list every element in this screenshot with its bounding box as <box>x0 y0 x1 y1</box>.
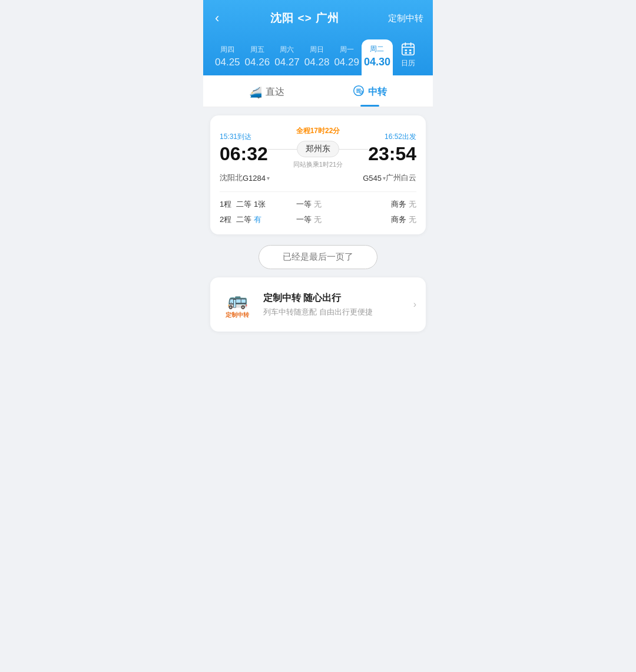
promo-arrow-icon: › <box>413 299 416 310</box>
depart-station: 沈阳北 <box>220 173 243 183</box>
header: ‹ 沈阳 <> 广州 定制中转 周四 04.25 周五 04.26 周六 04.… <box>203 0 433 75</box>
seg1-first: 一等 无 <box>296 199 356 210</box>
seg1-business: 商务 无 <box>356 199 416 210</box>
tab-label: 直达 <box>266 86 284 98</box>
header-top: ‹ 沈阳 <> 广州 定制中转 <box>213 8 423 28</box>
svg-rect-0 <box>402 44 414 55</box>
weekday-label: 周二 <box>364 44 390 54</box>
transfer-icon <box>353 85 365 100</box>
route-row: 15:31到达 06:32 全程17时22分 郑州东 同站换乘1时21分 16:… <box>220 126 416 169</box>
date-label: 04.30 <box>364 56 390 68</box>
weekday-label: 周五 <box>245 45 270 55</box>
depart-from-transfer: 16:52出发 <box>385 132 416 142</box>
promo-icon: 🚌 定制中转 <box>220 287 255 322</box>
back-button[interactable]: ‹ <box>213 8 221 28</box>
weekday-label: 周一 <box>334 45 359 55</box>
duration-label: 全程17时22分 <box>296 126 340 136</box>
promo-banner[interactable]: 🚌 定制中转 定制中转 随心出行 列车中转随意配 自由出行更便捷 › <box>210 277 426 332</box>
custom-transfer-button[interactable]: 定制中转 <box>388 13 423 24</box>
weekday-label: 周日 <box>304 45 330 55</box>
date-tab-thu[interactable]: 周四 04.25 <box>213 40 243 75</box>
train2-number: G545▾ <box>363 174 386 183</box>
svg-rect-4 <box>405 49 407 51</box>
route-middle: 全程17时22分 郑州东 同站换乘1时21分 <box>268 126 368 169</box>
date-tab-fri[interactable]: 周五 04.26 <box>243 40 273 75</box>
train-dropdown-icon[interactable]: ▾ <box>267 175 270 181</box>
date-label: 04.29 <box>334 57 359 68</box>
weekday-label: 周四 <box>215 45 240 55</box>
promo-text: 定制中转 随心出行 列车中转随意配 自由出行更便捷 <box>263 292 405 317</box>
seg1-business: 商务 无 <box>356 214 416 225</box>
calendar-label: 日历 <box>401 58 415 68</box>
tab-transfer[interactable]: 中转 <box>318 75 421 107</box>
transfer-station: 郑州东 <box>297 141 339 157</box>
train-card[interactable]: 15:31到达 06:32 全程17时22分 郑州东 同站换乘1时21分 16:… <box>210 115 426 234</box>
transfer-wait: 同站换乘1时21分 <box>293 160 343 169</box>
tab-bar: 🚄直达 中转 <box>203 75 433 107</box>
date-tabs: 周四 04.25 周五 04.26 周六 04.27 周日 04.28 周一 0… <box>213 37 423 75</box>
date-tab-sat[interactable]: 周六 04.27 <box>272 40 302 75</box>
date-label: 04.26 <box>245 57 270 68</box>
seg1-first: 一等 无 <box>296 214 356 225</box>
train-icon: 🚄 <box>249 86 262 99</box>
ticket-row: 1程 二等 1张 一等 无 商务 无 <box>220 199 416 210</box>
ticket-info: 1程 二等 1张 一等 无 商务 无 2程 二等 有 <box>220 191 416 225</box>
date-tab-mon[interactable]: 周一 04.29 <box>332 40 362 75</box>
train1-number: G1284▾ <box>243 174 270 183</box>
calendar-icon <box>400 41 416 57</box>
date-tab-tue[interactable]: 周二 04.30 <box>362 39 393 75</box>
content: 15:31到达 06:32 全程17时22分 郑州东 同站换乘1时21分 16:… <box>203 107 433 340</box>
seg1-second: 二等 1张 <box>236 199 296 210</box>
promo-title: 定制中转 随心出行 <box>263 292 405 304</box>
date-label: 04.27 <box>274 57 300 68</box>
promo-icon-label: 定制中转 <box>226 311 249 319</box>
arrive-time: 23:54 <box>368 144 416 163</box>
depart-time: 06:32 <box>220 144 268 163</box>
tab-label: 中转 <box>368 86 387 98</box>
page-title: 沈阳 <> 广州 <box>270 11 339 26</box>
weekday-label: 周六 <box>274 45 300 55</box>
arrive-col: 16:52出发 23:54 <box>368 132 416 163</box>
station-row: 沈阳北 G1284▾ G545▾ 广州白云 <box>220 173 416 183</box>
svg-rect-7 <box>409 52 412 54</box>
svg-rect-6 <box>405 52 407 54</box>
end-page-section: 已经是最后一页了 <box>210 245 426 269</box>
depart-col: 15:31到达 06:32 <box>220 132 268 163</box>
arrive-at-transfer: 15:31到达 <box>220 132 251 142</box>
arrive-station: 广州白云 <box>386 173 416 183</box>
date-tab-sun[interactable]: 周日 04.28 <box>302 40 332 75</box>
svg-rect-5 <box>409 49 412 51</box>
date-label: 04.28 <box>304 57 330 68</box>
segment-label: 1程 <box>220 199 236 210</box>
seg1-second: 二等 有 <box>236 214 296 225</box>
ticket-row: 2程 二等 有 一等 无 商务 无 <box>220 214 416 225</box>
promo-desc: 列车中转随意配 自由出行更便捷 <box>263 307 405 317</box>
segment-label: 2程 <box>220 214 236 225</box>
tab-direct[interactable]: 🚄直达 <box>215 75 318 107</box>
calendar-button[interactable]: 日历 <box>393 37 423 75</box>
promo-bus-icon: 🚌 <box>227 290 248 310</box>
date-label: 04.25 <box>215 57 240 68</box>
svg-point-9 <box>359 91 362 94</box>
end-page-label: 已经是最后一页了 <box>259 245 377 269</box>
